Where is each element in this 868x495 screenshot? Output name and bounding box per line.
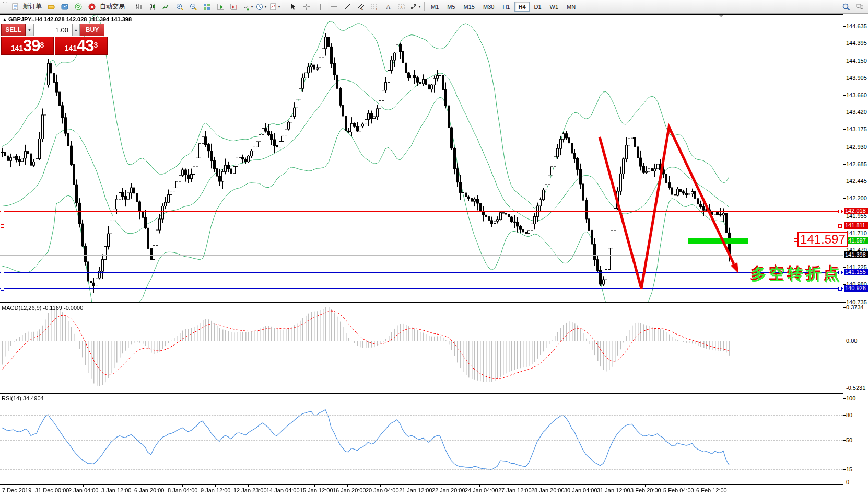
axis-tick-mark — [843, 341, 846, 341]
axis-tick-label: 143.660 — [846, 92, 867, 98]
time-axis-label: 15 Jan 12:00 — [300, 487, 333, 493]
pricebox-connector-left — [748, 240, 797, 240]
indicator-scale-label: 0 — [846, 479, 849, 485]
axis-tick-label: 142.685 — [846, 161, 867, 167]
time-axis-label: 7 Dec 2019 — [2, 487, 31, 493]
time-axis-label: 3 Feb 20:00 — [630, 487, 661, 493]
time-axis-label: 6 Feb 12:00 — [696, 487, 727, 493]
time-axis-label: 16 Jan 20:00 — [333, 487, 366, 493]
pricebox-handle[interactable] — [794, 238, 797, 242]
collapse-triangle-icon[interactable]: ▲ — [3, 17, 7, 22]
indicator-scale-label: 50 — [846, 437, 852, 443]
buy-button[interactable]: BUY — [80, 24, 104, 36]
axis-tick-label: 144.395 — [846, 40, 867, 46]
indicator-scale-label: 80 — [846, 412, 852, 418]
line-handle[interactable] — [1, 287, 4, 291]
time-axis-label: 20 Jan 04:00 — [366, 487, 399, 493]
buy-price-big: 43 — [77, 38, 93, 54]
line-handle[interactable] — [838, 287, 842, 291]
line-handle[interactable] — [1, 224, 4, 228]
price-badge-142.018: 142.018 — [844, 208, 868, 214]
axis-tick-mark — [843, 469, 846, 470]
volume-up-button[interactable]: ▲ — [72, 24, 80, 36]
time-axis-label: 2 Jan 04:00 — [68, 487, 99, 493]
axis-tick-mark — [843, 440, 846, 441]
axis-tick-mark — [843, 26, 846, 27]
time-tick-mark — [479, 485, 480, 487]
rsi-level-line-80 — [0, 415, 843, 416]
time-tick-mark — [513, 485, 513, 487]
macd-separator[interactable] — [0, 302, 868, 303]
time-tick-mark — [248, 485, 249, 487]
axis-tick-mark — [843, 415, 846, 416]
time-axis-label: 30 Jan 04:00 — [564, 487, 597, 493]
time-tick-mark — [380, 485, 381, 487]
rsi-level-line-15 — [0, 469, 843, 470]
time-axis-label: 31 Jan 12:00 — [597, 487, 630, 493]
price-chart-canvas[interactable] — [0, 0, 868, 495]
price-level-line-141.155[interactable] — [0, 272, 843, 273]
macd-label: MACD(12,26,9) -0.1169 -0.0000 — [2, 305, 83, 311]
axis-tick-mark — [843, 398, 846, 399]
axis-tick-mark — [843, 216, 846, 216]
buy-price-display[interactable]: 141433 — [55, 37, 108, 55]
time-tick-mark — [645, 485, 646, 487]
line-handle[interactable] — [1, 271, 4, 274]
sell-price-display[interactable]: 141398 — [1, 37, 54, 55]
time-tick-mark — [281, 485, 281, 487]
time-tick-mark — [347, 485, 348, 487]
time-axis-border — [0, 484, 868, 485]
rsi-separator[interactable] — [0, 392, 868, 392]
price-level-line-141.811[interactable] — [0, 226, 843, 226]
buy-price-prefix: 141 — [65, 42, 77, 54]
time-tick-mark — [215, 485, 216, 487]
axis-tick-mark — [843, 164, 846, 165]
indicator-scale-label: 15 — [846, 466, 852, 473]
time-tick-mark — [678, 485, 678, 487]
price-level-line-141.398[interactable] — [0, 255, 843, 256]
volume-down-button[interactable]: ▼ — [26, 24, 33, 36]
price-badge-141.811: 141.811 — [844, 222, 868, 229]
time-tick-mark — [447, 485, 447, 487]
turning-point-annotation[interactable]: 多空转折点 — [751, 264, 842, 285]
price-level-line-140.926[interactable] — [0, 288, 843, 289]
axis-tick-mark — [843, 112, 846, 112]
sell-price-big: 39 — [23, 38, 40, 54]
mt4-terminal: 新订单自动交易 ▾▾▾ EFAT▾ M1M5M15M30H1H4D1W1MN ▲… — [0, 0, 868, 495]
time-tick-mark — [83, 485, 84, 487]
price-badge-140.926: 140.926 — [844, 285, 868, 292]
axis-tick-mark — [843, 95, 846, 96]
rsi-level-line-50 — [0, 440, 843, 441]
axis-tick-label: 141.710 — [846, 230, 867, 236]
symbol-ohlc-text: GBPJPY-,H4 142.028 142.028 141.394 141.3… — [8, 16, 132, 22]
time-tick-mark — [17, 485, 17, 487]
sell-button[interactable]: SELL — [1, 24, 26, 36]
line-handle[interactable] — [1, 210, 4, 213]
time-tick-mark — [50, 485, 50, 487]
sell-price-sup: 8 — [40, 37, 44, 53]
volume-input[interactable] — [33, 24, 72, 36]
indicator-scale-label: 100 — [846, 395, 855, 401]
price-callout-box[interactable]: 141.597 — [797, 232, 848, 247]
price-level-line-142.018[interactable] — [0, 211, 843, 212]
indicator-scale-label: 0.00 — [846, 338, 857, 344]
axis-tick-mark — [843, 250, 846, 250]
rsi-separator-2 — [0, 393, 868, 394]
sell-price-prefix: 141 — [11, 42, 23, 54]
time-axis-label: 3 Jan 12:00 — [101, 487, 132, 493]
line-handle[interactable] — [838, 224, 842, 228]
time-axis-label: 6 Jan 20:00 — [134, 487, 165, 493]
time-tick-mark — [612, 485, 612, 487]
axis-tick-mark — [843, 388, 846, 388]
line-handle[interactable] — [838, 210, 842, 213]
time-tick-mark — [116, 485, 116, 487]
support-highlight-bar[interactable] — [688, 238, 748, 244]
time-tick-mark — [314, 485, 315, 487]
axis-tick-label: 143.175 — [846, 126, 867, 132]
axis-tick-mark — [843, 482, 846, 482]
axis-tick-mark — [843, 307, 846, 308]
axis-tick-mark — [843, 302, 846, 303]
chart-symbol-header: ▲ GBPJPY-,H4 142.028 142.028 141.394 141… — [3, 16, 132, 22]
chart-top-border — [0, 14, 868, 15]
axis-tick-label: 144.635 — [846, 23, 867, 29]
